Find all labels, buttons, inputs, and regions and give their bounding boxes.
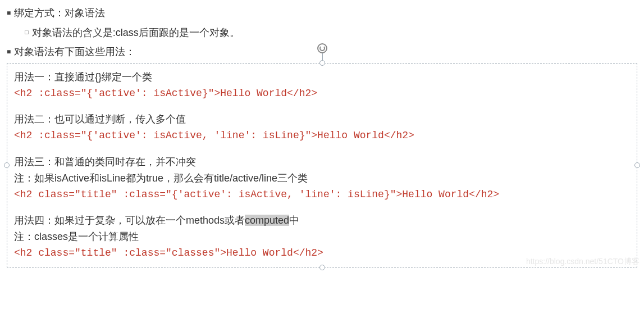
sub-bullet-meaning: □ 对象语法的含义是:class后面跟的是一个对象。	[25, 24, 637, 42]
usage-block-2: 用法二：也可以通过判断，传入多个值 <h2 :class="{'active':…	[14, 111, 630, 144]
code-example-box[interactable]: 用法一：直接通过{}绑定一个类 <h2 :class="{'active': i…	[7, 63, 637, 267]
resize-handle-right[interactable]	[634, 162, 640, 168]
square-bullet-icon: ■	[7, 46, 11, 57]
usage-1-code: <h2 :class="{'active': isActive}">Hello …	[14, 85, 630, 102]
bullet-text: 对象语法有下面这些用法：	[14, 43, 135, 61]
watermark-text: https://blog.csdn.net/51CTO博客	[526, 255, 640, 269]
usage-4-highlight: computed	[245, 215, 289, 226]
bullet-binding-method: ■ 绑定方式：对象语法	[7, 4, 637, 22]
usage-block-3: 用法三：和普通的类同时存在，并不冲突 注：如果isActive和isLine都为…	[14, 154, 630, 202]
hollow-square-bullet-icon: □	[25, 27, 29, 38]
usage-4-desc-post: 中	[289, 215, 299, 226]
usage-2-code: <h2 :class="{'active': isActive, 'line':…	[14, 128, 630, 144]
usage-3-note: 注：如果isActive和isLine都为true，那么会有title/acti…	[14, 170, 630, 187]
resize-handle-bottom[interactable]	[319, 265, 325, 270]
usage-block-1: 用法一：直接通过{}绑定一个类 <h2 :class="{'active': i…	[14, 69, 630, 102]
usage-3-code: <h2 class="title" :class="{'active': isA…	[14, 187, 630, 203]
usage-block-4: 用法四：如果过于复杂，可以放在一个methods或者computed中 注：cl…	[14, 212, 630, 261]
resize-handle-left[interactable]	[4, 162, 10, 168]
usage-4-note: 注：classes是一个计算属性	[14, 229, 630, 245]
usage-2-desc: 用法二：也可以通过判断，传入多个值	[14, 111, 630, 128]
bullet-text: 绑定方式：对象语法	[14, 4, 105, 22]
square-bullet-icon: ■	[7, 7, 11, 19]
resize-handle-top[interactable]	[319, 60, 325, 66]
rotate-handle-icon[interactable]	[317, 43, 327, 53]
usage-4-desc-pre: 用法四：如果过于复杂，可以放在一个methods或者	[14, 215, 245, 226]
sub-bullet-text: 对象语法的含义是:class后面跟的是一个对象。	[32, 24, 240, 42]
usage-3-desc: 用法三：和普通的类同时存在，并不冲突	[14, 154, 630, 170]
usage-1-desc: 用法一：直接通过{}绑定一个类	[14, 69, 630, 85]
usage-4-desc: 用法四：如果过于复杂，可以放在一个methods或者computed中	[14, 212, 630, 229]
